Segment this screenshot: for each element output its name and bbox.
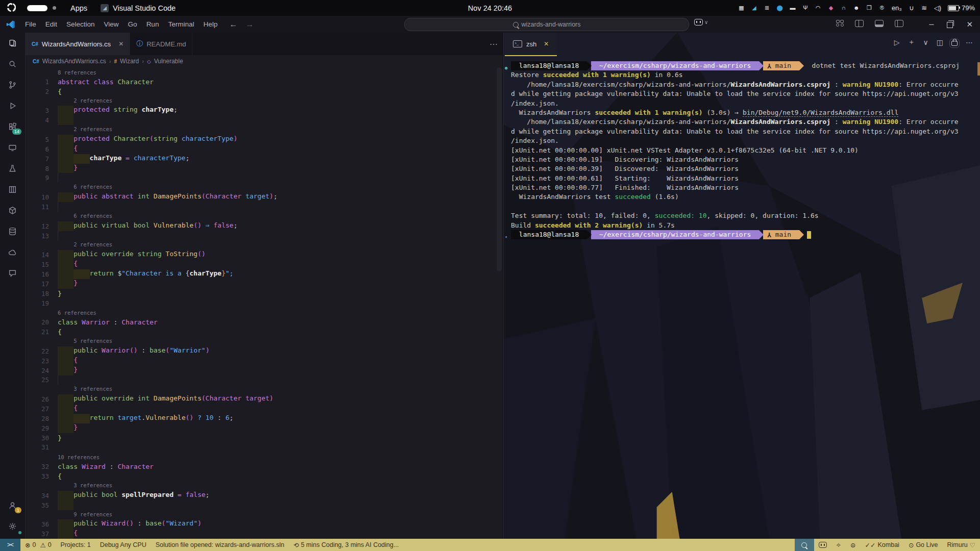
editor-more-actions[interactable]: ⋯ (489, 33, 498, 55)
activity-item-settings[interactable] (0, 516, 25, 537)
projects-indicator[interactable]: Projects: 1 (56, 539, 95, 551)
phone-sync-icon[interactable]: ❒ (866, 5, 872, 11)
activity-item-account[interactable]: 1 (0, 495, 25, 516)
gauge-icon[interactable]: ◠ (815, 5, 821, 11)
codelens-references[interactable]: 3 references (74, 482, 112, 488)
activity-item-cloud[interactable] (0, 242, 25, 263)
codelens-references[interactable]: 10 references (58, 454, 100, 460)
rimuru-status[interactable]: Rimuru ♡ (942, 539, 980, 551)
registered-icon[interactable]: ® (879, 5, 885, 11)
kombai-status[interactable]: ✓✓ Kombai (861, 539, 904, 551)
remote-indicator[interactable]: >< (0, 539, 20, 551)
minimize-button[interactable]: ─ (929, 20, 934, 28)
csharp-status-icon[interactable]: ⊜ (846, 539, 860, 551)
debug-config[interactable]: Debug Any CPU (95, 539, 151, 551)
codelens-references[interactable]: 5 references (74, 338, 112, 344)
workspace-dot[interactable] (53, 6, 56, 10)
activity-item-docker[interactable] (0, 200, 25, 221)
activity-item-extensions[interactable]: 14 (0, 116, 25, 137)
face-icon[interactable]: ☻ (853, 5, 860, 11)
breadcrumb-item[interactable]: Wizard (120, 58, 139, 65)
codelens-references[interactable]: 2 references (74, 126, 112, 132)
activity-item-run-debug[interactable] (0, 95, 25, 116)
codelens-references[interactable]: 6 references (58, 310, 96, 316)
command-decoration-icon[interactable]: ● (505, 63, 507, 72)
menu-terminal[interactable]: Terminal (163, 19, 199, 30)
activity-item-chat[interactable] (0, 263, 25, 284)
close-tab-icon[interactable]: ✕ (118, 40, 124, 47)
ubuntu-logo-icon[interactable] (7, 3, 16, 13)
new-terminal-icon[interactable]: ＋ (908, 38, 915, 47)
terminal-tab-zsh[interactable]: >_ zsh ✕ (505, 33, 557, 56)
tray-icons[interactable]: ▦◢≣⬤▬Ψ◠◆∩☻❒® (739, 5, 885, 11)
toggle-sidebar-icon[interactable] (895, 20, 903, 27)
toggle-panel-icon[interactable] (875, 20, 884, 27)
apps-menu[interactable]: Apps (70, 4, 87, 12)
terminal-output[interactable]: ● lansa18@lansa18 ~/exercism/csharp/wiza… (511, 61, 977, 539)
more-actions-icon[interactable]: ⋯ (966, 38, 973, 46)
tab-WizardsAndWarriors.cs[interactable]: C#WizardsAndWarriors.cs✕ (26, 33, 130, 55)
restore-button[interactable] (947, 22, 953, 28)
breadcrumb[interactable]: C#WizardsAndWarriors.cs›#Wizard›◇Vulnera… (26, 55, 503, 67)
code-area[interactable]: 8 references1abstract class Character2{2… (26, 67, 495, 539)
activity-item-kanban[interactable] (0, 179, 25, 200)
codelens-references[interactable]: 2 references (74, 97, 112, 104)
codelens-references[interactable]: 6 references (74, 213, 112, 219)
water-drop-icon[interactable]: ⬤ (777, 5, 783, 11)
breadcrumb-item[interactable]: WizardsAndWarriors.cs (42, 58, 106, 65)
activity-item-remote-explorer[interactable] (0, 137, 25, 158)
menu-edit[interactable]: Edit (41, 19, 62, 30)
menu-file[interactable]: File (20, 19, 41, 30)
activity-item-testing[interactable] (0, 158, 25, 179)
codelens-references[interactable]: 3 references (74, 386, 112, 392)
customize-layout-icon[interactable] (836, 20, 844, 27)
run-task-icon[interactable]: ▷ (894, 38, 900, 46)
menu-run[interactable]: Run (142, 19, 164, 30)
codelens-references[interactable]: 8 references (58, 69, 96, 76)
disk-icon[interactable]: ▬ (790, 5, 796, 11)
active-app-title[interactable]: Visual Studio Code (113, 4, 176, 12)
coding-time[interactable]: ⟲ 5 mins Coding, 3 mins AI Coding... (289, 539, 403, 551)
split-terminal-icon[interactable]: ◫ (937, 38, 943, 46)
solution-status[interactable]: Solution file opened: wizards-and-warrio… (151, 539, 289, 551)
battery-indicator[interactable]: 79% (948, 4, 975, 12)
menu-go[interactable]: Go (124, 19, 142, 30)
menu-view[interactable]: View (100, 19, 124, 30)
activity-item-search[interactable] (0, 54, 25, 74)
codelens-references[interactable]: 2 references (74, 241, 112, 247)
problems-indicator[interactable]: ⊗0 ⚠0 (20, 539, 56, 551)
volume-icon[interactable]: ◁) (934, 4, 941, 12)
activity-item-database[interactable] (0, 221, 25, 242)
cpu-chip-icon[interactable]: ▦ (739, 5, 745, 11)
activity-item-source-control[interactable] (0, 74, 25, 95)
activity-item-explorer[interactable] (0, 33, 25, 54)
close-button[interactable]: ✕ (966, 20, 973, 29)
command-decoration-icon[interactable]: ✦ (505, 232, 507, 241)
arc-icon[interactable]: ∩ (841, 5, 847, 11)
go-live-button[interactable]: ⊙ Go Live (904, 539, 943, 551)
editor-scrollbar[interactable] (497, 67, 502, 271)
forward-button[interactable]: → (246, 20, 254, 29)
tab-README.md[interactable]: ⓘREADME.md (130, 33, 192, 55)
menu-help[interactable]: Help (199, 19, 222, 30)
codelens-references[interactable]: 6 references (74, 184, 112, 190)
breadcrumb-item[interactable]: Vulnerable (154, 58, 183, 65)
close-terminal-icon[interactable]: ✕ (544, 40, 549, 47)
wifi-icon[interactable]: ≋ (921, 4, 927, 12)
keyboard-layout[interactable]: en₃ (892, 4, 902, 12)
menu-selection[interactable]: Selection (62, 19, 100, 30)
terminal-dropdown-icon[interactable]: ∨ (923, 38, 928, 46)
command-center-search[interactable]: wizards-and-warriors (404, 18, 689, 31)
split-editor-icon[interactable] (855, 20, 864, 27)
codelens-references[interactable]: 9 references (74, 511, 112, 517)
copilot-status-icon[interactable] (814, 539, 831, 551)
network-nodes-icon[interactable]: Ψ (802, 5, 808, 11)
flame-icon[interactable]: ◆ (828, 5, 834, 11)
coffee-icon[interactable]: ∪ (909, 4, 915, 12)
monitor-graph-icon[interactable]: ◢ (751, 5, 757, 11)
ram-icon[interactable]: ≣ (764, 5, 770, 11)
back-button[interactable]: ← (229, 20, 237, 29)
zoom-status-button[interactable] (795, 539, 814, 551)
lock-icon[interactable] (951, 41, 958, 46)
copilot-button[interactable]: ∨ (694, 19, 708, 26)
